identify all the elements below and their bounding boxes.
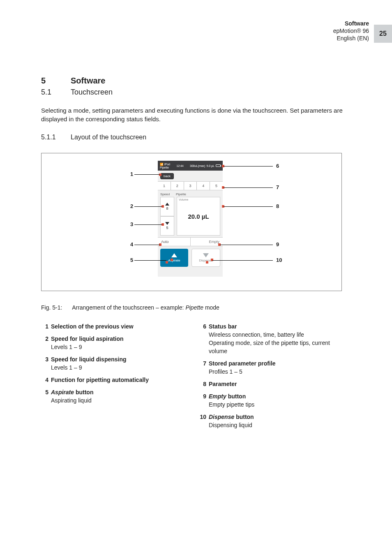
status-bar: 📶 iPod Pipette 12:44 300uL(max) 5.0 µL	[158, 161, 223, 171]
callout-line	[220, 245, 273, 245]
callout-number: 6	[276, 163, 279, 169]
legend-left-column: 1Selection of the previous view 2Speed f…	[41, 322, 191, 433]
legend-item: 5Aspirate buttonAspirating liquid	[41, 388, 191, 405]
legend-item: 9Empty buttonEmpty pipette tips	[199, 392, 349, 409]
callout-marker	[171, 259, 173, 261]
aspirate-triangle-icon	[171, 253, 177, 257]
callout-line	[134, 245, 160, 245]
param-labels: Speed Pipette	[158, 190, 223, 196]
wifi-icon: 📶	[160, 163, 164, 166]
callout-number: 1	[130, 171, 133, 177]
callout-marker	[159, 173, 161, 176]
callout-number: 3	[130, 221, 133, 227]
profile-tab-5[interactable]: 5	[210, 182, 223, 190]
header-product: epMotion® 96	[333, 27, 369, 35]
callout-number: 4	[130, 241, 133, 247]
volume-field[interactable]: Volume 20.0 µL	[177, 197, 220, 236]
page-number-tab: 25	[374, 25, 392, 43]
auto-empty-row: Auto Empty	[158, 237, 223, 246]
callout-line	[134, 174, 160, 175]
aspirate-dispense-row: Aspirate Dispense	[158, 246, 223, 269]
profile-tab-3[interactable]: 3	[184, 182, 197, 190]
legend-item: 6Status barWireless connection, time, ba…	[199, 322, 349, 355]
figure-legend: 1Selection of the previous view 2Speed f…	[41, 322, 349, 433]
legend-item: 4Function for pipetting automatically	[41, 376, 191, 384]
callout-line	[134, 206, 162, 207]
callout-line	[134, 260, 166, 261]
heading-5-1: 5.1Touchscreen	[41, 88, 113, 97]
header-lang: English (EN)	[333, 35, 369, 42]
auto-button[interactable]: Auto	[158, 238, 191, 246]
status-vol: 5.0 µL	[206, 164, 214, 167]
profile-tab-1[interactable]: 1	[158, 182, 171, 190]
callout-number: 8	[276, 203, 279, 209]
back-button[interactable]: back	[160, 173, 174, 179]
battery-icon	[216, 164, 221, 167]
callout-line	[224, 187, 273, 188]
callout-number: 9	[276, 241, 279, 247]
callout-number: 10	[276, 257, 282, 263]
callout-line	[224, 166, 273, 166]
header-section: Software	[333, 20, 369, 27]
figure-caption: Fig. 5-1: Arrangement of the touchscreen…	[41, 304, 219, 311]
legend-right-column: 6Status barWireless connection, time, ba…	[199, 322, 349, 433]
triangle-up-icon	[165, 203, 169, 206]
status-time: 12:44	[176, 164, 184, 167]
callout-number: 5	[130, 257, 133, 263]
profile-tab-2[interactable]: 2	[171, 182, 184, 190]
speed-column: 8 5	[160, 197, 174, 236]
callout-number: 7	[276, 184, 279, 190]
legend-item: 8Parameter	[199, 380, 349, 388]
callout-marker	[211, 259, 213, 261]
legend-item: 10Dispense buttonDispensing liquid	[199, 413, 349, 429]
callout-line	[212, 260, 273, 261]
heading-5-1-1: 5.1.1Layout of the touchscreen	[41, 134, 146, 141]
callout-marker	[166, 261, 168, 264]
legend-item: 1Selection of the previous view	[41, 322, 191, 331]
profile-tab-4[interactable]: 4	[197, 182, 210, 190]
dispense-button[interactable]: Dispense	[191, 249, 220, 267]
intro-paragraph: Selecting a mode, setting parameters and…	[41, 106, 351, 123]
status-tips: 300uL(max)	[190, 164, 205, 167]
callout-marker	[206, 261, 208, 264]
figure-box: 📶 iPod Pipette 12:44 300uL(max) 5.0 µL b…	[41, 153, 342, 291]
back-row: back	[158, 171, 223, 181]
callout-line	[134, 224, 162, 225]
callout-line	[224, 206, 273, 207]
param-row: 8 5 Volume 20.0 µL	[158, 196, 223, 237]
dispense-speed-cell[interactable]: 5	[160, 216, 174, 236]
legend-desc: Wireless connection, time, battery lifeO…	[209, 331, 330, 354]
dispense-triangle-icon	[203, 253, 209, 257]
running-header: Software epMotion® 96 English (EN)	[333, 20, 369, 42]
legend-item: 7Stored parameter profileProfiles 1 – 5	[199, 359, 349, 376]
heading-5: 5Software	[41, 76, 105, 86]
profile-tabs: 1 2 3 4 5	[158, 181, 223, 190]
triangle-down-icon	[165, 222, 169, 225]
callout-number: 2	[130, 203, 133, 209]
aspirate-button[interactable]: Aspirate	[160, 249, 188, 267]
legend-item: 3Speed for liquid dispensingLevels 1 – 9	[41, 355, 191, 372]
legend-item: 2Speed for liquid aspirationLevels 1 – 9	[41, 335, 191, 351]
